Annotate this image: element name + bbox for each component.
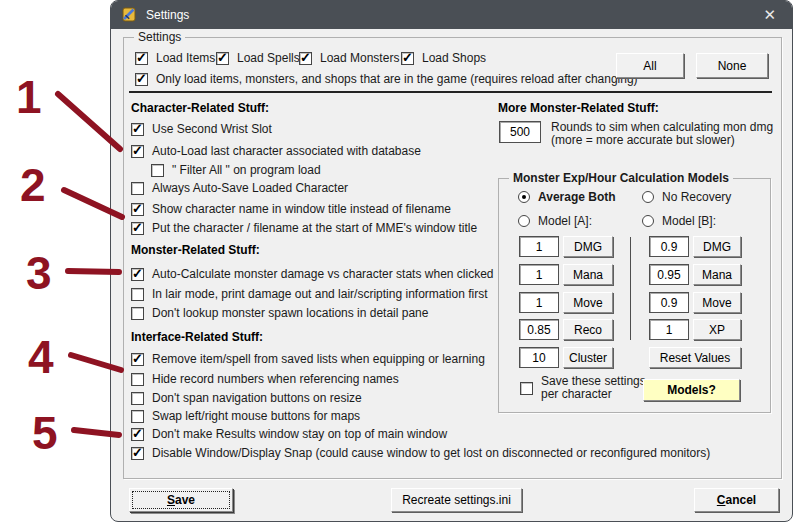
checkbox[interactable] xyxy=(131,392,144,405)
cancel-button[interactable]: Cancel xyxy=(694,488,779,512)
checkbox[interactable] xyxy=(131,288,144,301)
checkbox[interactable] xyxy=(131,353,144,366)
model-b-xp-input[interactable] xyxy=(649,319,689,340)
checkbox-auto-load-last-character[interactable]: Auto-Load last character associated with… xyxy=(131,143,421,159)
checkbox[interactable] xyxy=(131,373,144,386)
save-per-char-line1: Save these settings xyxy=(541,374,646,388)
title-bar[interactable]: Settings ✕ xyxy=(111,1,792,29)
radio-button[interactable] xyxy=(642,215,654,227)
save-button[interactable]: Save xyxy=(129,488,233,512)
checkbox[interactable] xyxy=(135,73,148,86)
model-b-xp-button[interactable]: XP xyxy=(693,319,741,340)
checkbox-filter-all-on-load[interactable]: " Filter All " on program load xyxy=(151,162,321,178)
checkbox[interactable] xyxy=(131,145,144,158)
checkbox[interactable] xyxy=(131,203,144,216)
settings-group-label: Settings xyxy=(134,30,185,44)
models-help-button[interactable]: Models? xyxy=(643,379,740,401)
checkbox[interactable] xyxy=(216,52,229,65)
rounds-label-line1: Rounds to sim when calculating mon dmg xyxy=(551,120,773,134)
model-b-move-input[interactable] xyxy=(649,292,689,313)
exp-hour-models-group: Monster Exp/Hour Calculation Models Aver… xyxy=(498,178,771,413)
model-a-dmg-button[interactable]: DMG xyxy=(563,236,613,257)
checkbox-put-character-at-start[interactable]: Put the character / filename at the star… xyxy=(131,220,477,236)
checkbox-load-spells[interactable]: Load Spells xyxy=(216,50,300,66)
none-button[interactable]: None xyxy=(696,53,768,78)
checkbox-show-character-name[interactable]: Show character name in window title inst… xyxy=(131,201,451,217)
checkbox-lair-mode-print[interactable]: In lair mode, print damage out and lair/… xyxy=(131,286,488,302)
model-a-reco-input[interactable] xyxy=(519,319,559,340)
checkbox[interactable] xyxy=(131,307,144,320)
close-icon[interactable]: ✕ xyxy=(763,6,776,24)
checkbox[interactable] xyxy=(151,164,164,177)
checkbox-save-settings-per-character[interactable]: Save these settingsper character xyxy=(520,375,646,401)
model-a-dmg-input[interactable] xyxy=(519,236,559,257)
annotation-number-3: 3 xyxy=(26,250,52,296)
checkbox-use-second-wrist-slot[interactable]: Use Second Wrist Slot xyxy=(131,121,272,137)
checkbox-dont-span-navigation[interactable]: Don't span navigation buttons on resize xyxy=(131,390,362,406)
model-divider xyxy=(630,237,631,340)
separator xyxy=(129,91,772,93)
model-a-move-input[interactable] xyxy=(519,292,559,313)
checkbox[interactable] xyxy=(131,447,144,460)
checkbox-remove-item-spell[interactable]: Remove item/spell from saved lists when … xyxy=(131,351,485,367)
checkbox[interactable] xyxy=(401,52,414,65)
checkbox[interactable] xyxy=(131,268,144,281)
model-a-mana-button[interactable]: Mana xyxy=(563,264,613,285)
checkbox-load-monsters[interactable]: Load Monsters xyxy=(299,50,399,66)
all-button[interactable]: All xyxy=(616,53,684,78)
heading-monster-related: Monster-Related Stuff: xyxy=(131,243,260,257)
settings-dialog: Settings ✕ Settings Load Items Load Spel… xyxy=(110,0,793,522)
checkbox[interactable] xyxy=(135,52,148,65)
annotation-number-5: 5 xyxy=(32,410,58,456)
model-b-move-button[interactable]: Move xyxy=(693,292,741,313)
model-b-mana-input[interactable] xyxy=(649,264,689,285)
window-title: Settings xyxy=(146,8,189,22)
checkbox[interactable] xyxy=(299,52,312,65)
model-a-cluster-input[interactable] xyxy=(519,347,559,368)
heading-interface-related: Interface-Related Stuff: xyxy=(131,330,263,344)
model-a-reco-button[interactable]: Reco xyxy=(563,319,613,340)
checkbox-load-shops[interactable]: Load Shops xyxy=(401,50,486,66)
rounds-to-sim-input[interactable] xyxy=(499,121,541,143)
checkbox-auto-calculate-damage[interactable]: Auto-Calculate monster damage vs charact… xyxy=(131,266,494,282)
checkbox-disable-display-snap[interactable]: Disable Window/Display Snap (could cause… xyxy=(131,445,710,461)
exp-hour-models-label: Monster Exp/Hour Calculation Models xyxy=(509,171,733,185)
radio-button[interactable] xyxy=(518,191,530,203)
rounds-label-line2: (more = more accurate but slower) xyxy=(551,133,735,147)
checkbox-hide-record-numbers[interactable]: Hide record numbers when referencing nam… xyxy=(131,371,399,387)
model-b-dmg-input[interactable] xyxy=(649,236,689,257)
annotation-number-1: 1 xyxy=(16,74,42,120)
checkbox[interactable] xyxy=(131,123,144,136)
checkbox[interactable] xyxy=(131,182,144,195)
checkbox-swap-mouse-buttons[interactable]: Swap left/right mouse buttons for maps xyxy=(131,408,360,424)
app-icon xyxy=(120,7,138,23)
checkbox-dont-lookup-spawn[interactable]: Don't lookup monster spawn locations in … xyxy=(131,305,428,321)
heading-more-monster-related: More Monster-Related Stuff: xyxy=(498,101,659,115)
checkbox-only-load-in-game[interactable]: Only load items, monsters, and shops tha… xyxy=(135,71,638,87)
checkbox-always-auto-save[interactable]: Always Auto-Save Loaded Character xyxy=(131,180,348,196)
model-b-mana-button[interactable]: Mana xyxy=(693,264,741,285)
radio-no-recovery[interactable]: No Recovery xyxy=(642,189,731,205)
reset-values-button[interactable]: Reset Values xyxy=(649,347,741,368)
radio-button[interactable] xyxy=(642,191,654,203)
checkbox[interactable] xyxy=(520,382,533,395)
annotation-number-4: 4 xyxy=(28,334,54,380)
model-b-dmg-button[interactable]: DMG xyxy=(693,236,741,257)
checkbox[interactable] xyxy=(131,410,144,423)
heading-character-related: Character-Related Stuff: xyxy=(131,101,269,115)
radio-average-both[interactable]: Average Both xyxy=(518,189,616,205)
checkbox[interactable] xyxy=(131,428,144,441)
checkbox[interactable] xyxy=(131,222,144,235)
model-a-move-button[interactable]: Move xyxy=(563,292,613,313)
save-per-char-line2: per character xyxy=(541,387,612,401)
checkbox-load-items[interactable]: Load Items xyxy=(135,50,215,66)
radio-button[interactable] xyxy=(518,215,530,227)
model-a-cluster-button[interactable]: Cluster xyxy=(563,347,613,368)
radio-model-a[interactable]: Model [A]: xyxy=(518,213,592,229)
recreate-settings-button[interactable]: Recreate settings.ini xyxy=(391,488,522,512)
model-a-mana-input[interactable] xyxy=(519,264,559,285)
checkbox-results-window-on-top[interactable]: Don't make Results window stay on top of… xyxy=(131,426,447,442)
annotation-number-2: 2 xyxy=(20,162,46,208)
radio-model-b[interactable]: Model [B]: xyxy=(642,213,716,229)
